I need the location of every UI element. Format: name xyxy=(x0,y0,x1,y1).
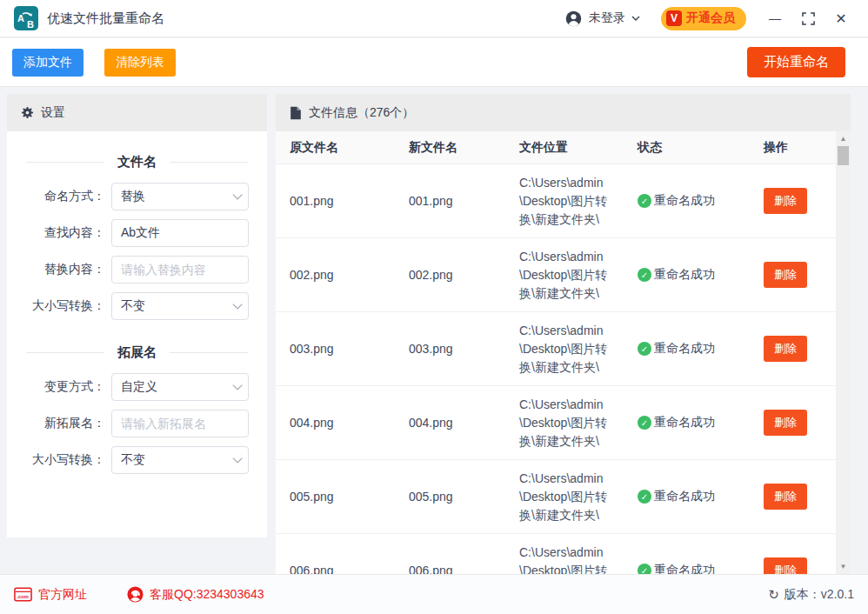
login-status: 未登录 xyxy=(589,10,625,26)
vip-label: 开通会员 xyxy=(686,10,735,26)
status-cell: ✓ 重命名成功 xyxy=(638,341,764,357)
naming-mode-select[interactable]: 替换 xyxy=(111,183,249,210)
close-button[interactable]: ✕ xyxy=(828,5,854,31)
delete-button[interactable]: 删除 xyxy=(764,262,807,288)
delete-button[interactable]: 删除 xyxy=(764,188,807,214)
new-filename: 004.png xyxy=(409,416,519,430)
file-info-panel: 文件信息（276个） 原文件名 新文件名 文件位置 状态 操作 001.png … xyxy=(276,94,851,574)
old-filename: 004.png xyxy=(290,416,409,430)
find-content-field: 查找内容： xyxy=(17,219,257,247)
delete-button[interactable]: 删除 xyxy=(764,336,807,362)
column-action: 操作 xyxy=(764,140,836,156)
success-check-icon: ✓ xyxy=(638,194,651,208)
file-path: C:\Users\admin\Desktop\图片转换\新建文件夹\ xyxy=(519,470,615,524)
delete-button[interactable]: 删除 xyxy=(764,484,807,510)
column-old-name: 原文件名 xyxy=(290,140,409,156)
new-filename: 006.png xyxy=(409,564,519,574)
new-extension-input[interactable] xyxy=(111,410,249,437)
minimize-button[interactable]: — xyxy=(762,5,788,31)
app-title: 优速文件批量重命名 xyxy=(47,10,164,27)
app-logo-icon: A B xyxy=(14,6,38,30)
status-cell: ✓ 重命名成功 xyxy=(638,193,764,209)
find-content-input[interactable] xyxy=(111,219,249,247)
old-filename: 001.png xyxy=(290,194,409,208)
settings-form: 文件名 命名方式： 替换 查找内容： 替换内容： 大小写转换： 不变 xyxy=(7,131,267,474)
start-rename-button[interactable]: 开始重命名 xyxy=(747,47,845,77)
vip-badge-icon: V xyxy=(666,10,682,26)
table-row: 006.png 006.png C:\Users\admin\Desktop\图… xyxy=(276,534,836,574)
table-row: 002.png 002.png C:\Users\admin\Desktop\图… xyxy=(276,238,836,312)
new-filename: 001.png xyxy=(409,194,519,208)
settings-panel-header: 设置 xyxy=(7,94,267,131)
delete-button[interactable]: 删除 xyxy=(764,410,807,436)
old-filename: 005.png xyxy=(290,490,409,504)
delete-button[interactable]: 删除 xyxy=(764,557,807,574)
scroll-up-icon[interactable]: ▲ xyxy=(836,131,851,146)
filename-case-select[interactable]: 不变 xyxy=(111,292,249,320)
refresh-icon[interactable]: ↻ xyxy=(768,587,779,603)
extension-case-label: 大小写转换： xyxy=(17,452,105,468)
divider xyxy=(26,162,104,163)
official-website-label: 官方网址 xyxy=(38,587,87,603)
new-filename: 002.png xyxy=(409,268,519,282)
extension-section-label: 拓展名 xyxy=(117,344,157,361)
status-text: 重命名成功 xyxy=(654,489,715,504)
divider xyxy=(170,162,248,163)
add-files-button[interactable]: 添加文件 xyxy=(12,49,83,77)
table-row: 003.png 003.png C:\Users\admin\Desktop\图… xyxy=(276,312,836,386)
scroll-down-icon[interactable]: ▼ xyxy=(836,559,851,574)
filename-case-value: 不变 xyxy=(121,298,145,314)
change-mode-select[interactable]: 自定义 xyxy=(111,373,249,401)
chevron-down-icon xyxy=(232,190,242,199)
column-status: 状态 xyxy=(638,140,764,156)
footer: .com 官方网址 客服QQ:3234303643 ↻ 版本：v2.0.1 xyxy=(0,574,868,614)
support-qq-link[interactable]: 客服QQ:3234303643 xyxy=(127,586,264,603)
chevron-down-icon xyxy=(232,299,242,309)
status-cell: ✓ 重命名成功 xyxy=(638,489,764,504)
filename-section-title: 文件名 xyxy=(26,154,248,170)
chevron-down-icon xyxy=(232,453,242,463)
file-panel-title: 文件信息（276个） xyxy=(309,105,414,121)
open-vip-button[interactable]: V 开通会员 xyxy=(661,7,746,30)
action-cell: 删除 xyxy=(764,484,836,510)
naming-mode-field: 命名方式： 替换 xyxy=(17,183,257,210)
table-row: 004.png 004.png C:\Users\admin\Desktop\图… xyxy=(276,386,836,460)
change-mode-label: 变更方式： xyxy=(17,379,105,395)
maximize-icon xyxy=(802,12,815,25)
new-extension-label: 新拓展名： xyxy=(17,416,105,431)
settings-panel: 设置 文件名 命名方式： 替换 查找内容： 替换内容： 大小写转换： xyxy=(7,94,267,537)
naming-mode-label: 命名方式： xyxy=(17,189,105,204)
replace-content-field: 替换内容： xyxy=(17,256,257,284)
status-cell: ✓ 重命名成功 xyxy=(638,267,764,283)
extension-case-field: 大小写转换： 不变 xyxy=(17,446,257,474)
settings-header-label: 设置 xyxy=(41,105,65,121)
official-website-link[interactable]: .com 官方网址 xyxy=(14,587,87,603)
action-cell: 删除 xyxy=(764,188,836,214)
replace-content-label: 替换内容： xyxy=(17,262,105,277)
divider xyxy=(170,352,248,353)
file-path: C:\Users\admin\Desktop\图片转换\新建文件夹\ xyxy=(519,248,615,303)
extension-case-select[interactable]: 不变 xyxy=(111,446,249,474)
change-mode-value: 自定义 xyxy=(121,379,157,395)
user-icon xyxy=(564,10,583,28)
login-dropdown[interactable]: 未登录 xyxy=(564,10,640,28)
status-text: 重命名成功 xyxy=(654,563,715,574)
replace-content-input[interactable] xyxy=(111,256,249,284)
chevron-down-icon xyxy=(631,16,640,22)
file-path: C:\Users\admin\Desktop\图片转换\新建文件夹\ xyxy=(519,544,615,575)
table-scrollbar[interactable]: ▲ ▼ xyxy=(836,131,851,574)
minimize-icon: — xyxy=(769,11,781,25)
clear-list-button[interactable]: 清除列表 xyxy=(104,49,176,77)
filename-section-label: 文件名 xyxy=(117,154,157,170)
action-cell: 删除 xyxy=(764,557,836,574)
success-check-icon: ✓ xyxy=(638,490,651,504)
status-text: 重命名成功 xyxy=(654,267,715,283)
file-path: C:\Users\admin\Desktop\图片转换\新建文件夹\ xyxy=(519,322,615,377)
status-text: 重命名成功 xyxy=(654,193,715,209)
maximize-button[interactable] xyxy=(795,5,821,31)
old-filename: 006.png xyxy=(290,564,409,574)
svg-text:.com: .com xyxy=(17,594,29,599)
status-text: 重命名成功 xyxy=(654,415,715,430)
new-extension-field: 新拓展名： xyxy=(17,410,257,437)
scrollbar-thumb[interactable] xyxy=(838,146,849,165)
